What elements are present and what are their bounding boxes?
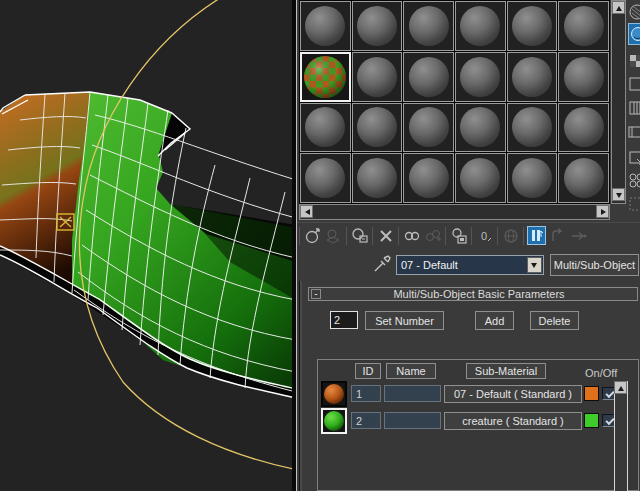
sample-slot[interactable]: [352, 1, 403, 51]
sample-slot[interactable]: [455, 153, 506, 203]
show-map-in-viewport-icon[interactable]: [501, 226, 520, 245]
sample-slot[interactable]: [352, 103, 403, 153]
background-icon[interactable]: [628, 53, 640, 73]
material-name-value: 07 - Default: [397, 259, 527, 271]
assign-material-to-selection-icon[interactable]: [350, 226, 369, 245]
on-off-label: On/Off: [585, 367, 617, 379]
put-material-to-scene-icon[interactable]: [324, 226, 343, 245]
go-to-parent-icon[interactable]: [548, 226, 567, 245]
sample-slot[interactable]: [300, 1, 351, 51]
material-map-navigator-icon[interactable]: [628, 196, 640, 216]
gray-sphere-icon: [564, 107, 604, 147]
sample-slot[interactable]: [507, 153, 558, 203]
gray-sphere-icon: [512, 158, 552, 198]
make-unique-icon[interactable]: [423, 226, 442, 245]
reset-map-icon[interactable]: [376, 226, 395, 245]
add-button[interactable]: Add: [475, 311, 514, 330]
sub-material-preview[interactable]: [321, 381, 347, 407]
delete-button[interactable]: Delete: [530, 311, 579, 330]
sample-slot[interactable]: [558, 103, 609, 153]
gray-sphere-icon: [460, 57, 500, 97]
material-count-field[interactable]: 2: [330, 311, 358, 329]
material-id-channel-icon[interactable]: 0: [475, 226, 494, 245]
gray-sphere-icon: [409, 6, 449, 46]
get-material-icon[interactable]: [303, 226, 322, 245]
sample-slot-grid[interactable]: [299, 0, 610, 204]
list-scrollbar[interactable]: [614, 381, 628, 491]
pick-material-from-object-icon[interactable]: [373, 253, 391, 273]
sample-slot[interactable]: [558, 52, 609, 102]
sort-by-id-button[interactable]: ID: [355, 363, 381, 379]
scroll-right-button[interactable]: [596, 205, 609, 218]
sub-material-button[interactable]: creature ( Standard ): [444, 412, 582, 430]
slots-vertical-scrollbar[interactable]: [611, 0, 626, 204]
right-arrow-icon: [601, 209, 606, 215]
sample-slot[interactable]: [507, 1, 558, 51]
sub-material-row: 2 creature ( Standard ): [318, 408, 640, 435]
sample-slot[interactable]: [507, 103, 558, 153]
color-swatch[interactable]: [584, 413, 599, 428]
gray-sphere-icon: [409, 158, 449, 198]
sample-slot[interactable]: [507, 52, 558, 102]
sample-slot-selected[interactable]: [300, 52, 351, 102]
sample-slot[interactable]: [403, 103, 454, 153]
make-material-copy-icon[interactable]: [402, 226, 421, 245]
viewport-3d[interactable]: [0, 0, 296, 491]
multi-sub-object-checker-sphere: [303, 55, 347, 99]
gray-sphere-icon: [357, 6, 397, 46]
collapse-icon[interactable]: -: [311, 289, 321, 299]
gray-sphere-icon: [460, 158, 500, 198]
sample-slot[interactable]: [403, 52, 454, 102]
gray-sphere-icon: [357, 57, 397, 97]
put-to-library-icon[interactable]: [449, 226, 468, 245]
video-color-check-icon[interactable]: [628, 100, 640, 120]
scroll-down-button[interactable]: [612, 188, 625, 201]
go-forward-to-sibling-icon[interactable]: [569, 226, 588, 245]
gray-sphere-icon: [357, 107, 397, 147]
sample-slot[interactable]: [558, 153, 609, 203]
orange-sphere-icon: [324, 384, 344, 404]
show-end-result-icon[interactable]: [527, 226, 546, 245]
name-field[interactable]: [384, 412, 441, 429]
make-preview-icon[interactable]: [628, 124, 640, 144]
material-type-button[interactable]: Multi/Sub-Object: [550, 254, 639, 276]
sample-slot[interactable]: [455, 52, 506, 102]
sample-slot[interactable]: [403, 1, 454, 51]
sample-slot[interactable]: [558, 1, 609, 51]
dropdown-arrow-button[interactable]: [527, 257, 542, 273]
scroll-up-button[interactable]: [612, 1, 625, 14]
material-editor-panel: 0 07 - Default Multi/Sub-Object - Multi/…: [296, 0, 640, 491]
sample-slot[interactable]: [403, 153, 454, 203]
name-field[interactable]: [384, 385, 441, 402]
scroll-left-button[interactable]: [300, 205, 313, 218]
color-swatch[interactable]: [584, 386, 599, 401]
sort-by-name-button[interactable]: Name: [386, 363, 436, 379]
sample-slot[interactable]: [352, 52, 403, 102]
gray-sphere-icon: [409, 107, 449, 147]
sample-slot[interactable]: [300, 103, 351, 153]
options-icon[interactable]: [628, 150, 640, 170]
gray-sphere-icon: [512, 57, 552, 97]
sub-material-button[interactable]: 07 - Default ( Standard ): [444, 385, 582, 403]
id-field[interactable]: 1: [351, 385, 381, 402]
rollout-header[interactable]: - Multi/Sub-Object Basic Parameters: [308, 287, 638, 301]
sub-material-preview[interactable]: [321, 408, 347, 434]
id-field[interactable]: 2: [351, 412, 381, 429]
set-number-button[interactable]: Set Number: [365, 311, 444, 330]
sample-slot[interactable]: [455, 1, 506, 51]
backlight-icon[interactable]: [628, 23, 640, 45]
sample-uv-tiling-icon[interactable]: [628, 76, 640, 96]
down-arrow-icon: [616, 193, 622, 198]
sample-type-icon[interactable]: [628, 3, 640, 23]
slots-horizontal-scrollbar[interactable]: [299, 204, 610, 220]
list-scroll-up-button[interactable]: [614, 381, 627, 394]
sample-slot[interactable]: [455, 103, 506, 153]
material-name-dropdown[interactable]: 07 - Default: [396, 255, 544, 275]
mesh-scene[interactable]: [0, 0, 296, 491]
select-by-material-icon[interactable]: [628, 172, 640, 192]
sample-slot[interactable]: [352, 153, 403, 203]
gray-sphere-icon: [512, 107, 552, 147]
gray-sphere-icon: [512, 6, 552, 46]
sort-by-submaterial-button[interactable]: Sub-Material: [466, 363, 546, 379]
sample-slot[interactable]: [300, 153, 351, 203]
